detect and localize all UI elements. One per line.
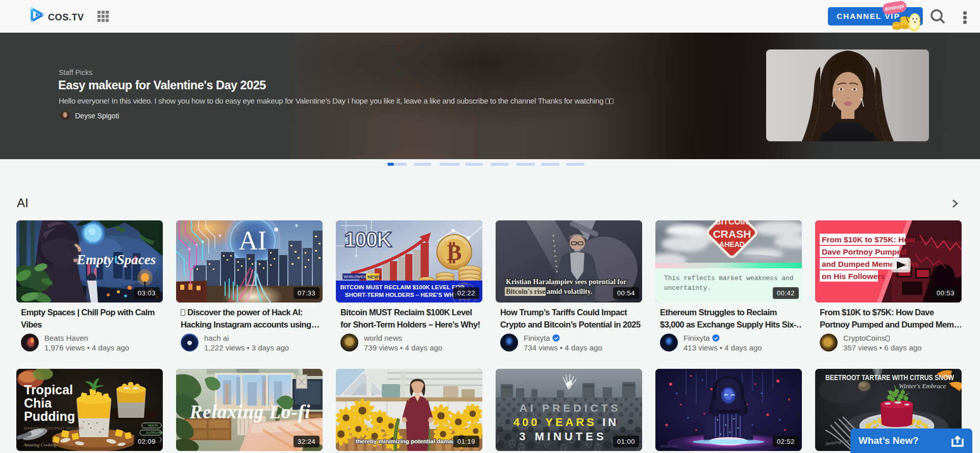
svg-text:CRASH: CRASH	[713, 228, 751, 240]
svg-text:on His Followers: on His Followers	[822, 272, 885, 281]
svg-text:Amazing Cooking: Amazing Cooking	[23, 442, 57, 447]
svg-text:₿: ₿	[447, 240, 461, 265]
svg-text:Tropical: Tropical	[24, 383, 73, 397]
svg-text:AI: AI	[239, 226, 267, 255]
svg-text:BITCOIN: BITCOIN	[715, 220, 749, 226]
svg-text:3 MINUTES: 3 MINUTES	[519, 430, 606, 443]
svg-text:uncertainty.: uncertainty.	[664, 284, 711, 292]
svg-text:WORLDWIDE: WORLDWIDE	[344, 275, 367, 279]
svg-text:thereby minimizing potential d: thereby minimizing potential damage	[356, 438, 459, 444]
svg-text:This reflects market weakness: This reflects market weakness and	[664, 274, 793, 282]
svg-text:Winter's Embrace: Winter's Embrace	[899, 382, 946, 390]
svg-text:BEETROOT TARTARE WITH CITRUS S: BEETROOT TARTARE WITH CITRUS SNOW	[825, 373, 954, 382]
svg-text:AHEAD: AHEAD	[719, 240, 745, 248]
svg-text:HEALTH: HEALTH	[148, 424, 158, 427]
svg-text:From $10K to $75K: How: From $10K to $75K: How	[822, 235, 916, 244]
svg-text:GLUTEN-FREE: GLUTEN-FREE	[146, 431, 163, 434]
svg-text:Relaxing Lo-fi: Relaxing Lo-fi	[189, 401, 310, 422]
svg-text:Pudding: Pudding	[24, 409, 75, 423]
svg-text:NEWS: NEWS	[368, 274, 381, 280]
svg-text:Dave Portnoy Pumped: Dave Portnoy Pumped	[822, 247, 906, 256]
svg-text:BITCOIN MUST RECLAIM $100K LEV: BITCOIN MUST RECLAIM $100K LEVEL FOR	[340, 284, 464, 290]
svg-text:400 YEARS IN: 400 YEARS IN	[513, 416, 619, 429]
svg-text:Empty Spaces: Empty Spaces	[76, 252, 156, 267]
svg-text:MANGO & COCONUT DELIGHT: MANGO & COCONUT DELIGHT	[24, 426, 84, 430]
svg-text:AI PREDICTS: AI PREDICTS	[519, 402, 621, 414]
svg-text:Bitcoin's rise: Bitcoin's rise	[506, 288, 545, 295]
svg-text:100K: 100K	[344, 228, 392, 251]
svg-text:Kristian Haralampiev sees pote: Kristian Haralampiev sees potential for	[506, 278, 626, 286]
svg-text:amid volatility.: amid volatility.	[547, 288, 592, 295]
svg-text:SHORT-TERM HOLDERS – HERE'S WH: SHORT-TERM HOLDERS – HERE'S WHY!	[345, 292, 459, 298]
svg-text:Chia: Chia	[24, 396, 52, 410]
svg-text:Beats Art: Beats Art	[660, 444, 677, 448]
